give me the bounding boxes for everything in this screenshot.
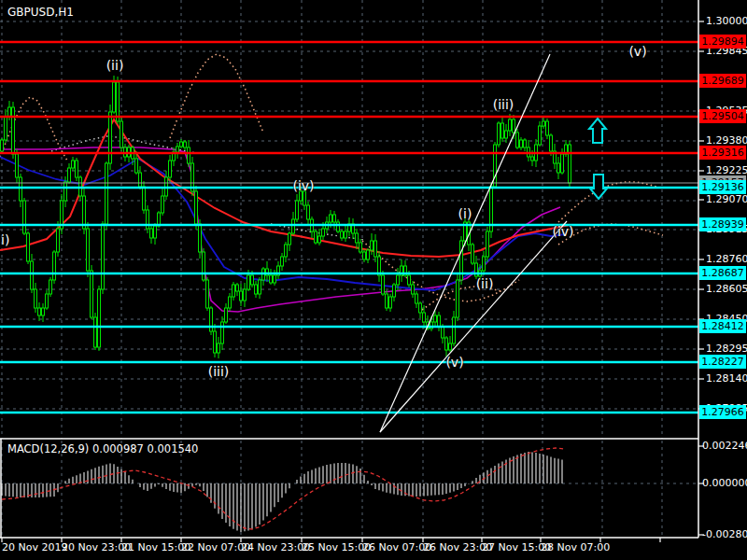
candle-body <box>102 224 105 289</box>
candle-body <box>180 142 183 147</box>
candle-body <box>31 261 34 289</box>
candle-body <box>498 123 500 145</box>
candle-body <box>367 250 370 259</box>
candle-body <box>445 338 448 350</box>
candle-body <box>83 196 86 229</box>
candle-body <box>513 119 515 133</box>
price-axis-label: 1.28140 <box>706 372 747 385</box>
price-line-badge-resistance: 1.29689 <box>699 74 746 88</box>
candle-body <box>94 317 97 347</box>
candle-body <box>1 140 4 151</box>
candle-body <box>442 327 444 338</box>
macd-scale-label: -0.002807 <box>702 528 747 540</box>
candle-body <box>199 224 202 252</box>
candle-body <box>330 215 332 222</box>
candle-body <box>23 201 26 233</box>
candle-body <box>106 163 108 224</box>
candle-body <box>20 177 22 201</box>
symbol-timeframe-label: GBPUSD,H1 <box>7 6 74 19</box>
candle-body <box>169 161 172 177</box>
candle-body <box>91 271 93 317</box>
candle-body <box>206 280 209 308</box>
candle-body <box>120 121 123 147</box>
price-line-badge-support: 1.28687 <box>699 266 746 280</box>
candle-body <box>188 147 190 163</box>
price-line-badge-support: 1.29136 <box>699 180 746 194</box>
price-axis-label: 1.28295 <box>706 343 747 355</box>
trading-chart-window: GBPUSD,H1 MACD(12,26,9) 0.000987 0.00154… <box>0 0 747 560</box>
candle-body <box>483 257 486 271</box>
candle-body <box>8 107 11 117</box>
candle-body <box>210 308 213 331</box>
candle-body <box>236 285 239 291</box>
elliott-wave-label[interactable]: (iv) <box>552 224 573 239</box>
elliott-wave-label[interactable]: (iii) <box>208 364 230 379</box>
elliott-wave-label[interactable]: (ii) <box>476 276 494 291</box>
candle-body <box>233 285 235 297</box>
candle-body <box>218 343 220 353</box>
candle-body <box>501 123 504 138</box>
price-line-badge-resistance: 1.29894 <box>699 35 746 49</box>
candle-body <box>225 308 228 322</box>
candle-body <box>337 222 340 231</box>
candle-body <box>486 231 489 257</box>
price-axis-label: 1.28605 <box>706 283 747 295</box>
candle-body <box>356 233 359 243</box>
price-line-badge-support: 1.28939 <box>699 217 746 231</box>
candle-body <box>333 215 336 222</box>
candle-body <box>416 294 418 303</box>
candle-body <box>345 231 347 238</box>
candle-body <box>292 219 295 233</box>
candle-body <box>176 147 179 152</box>
candle-body <box>393 285 396 297</box>
candle-body <box>162 196 164 213</box>
price-axis-label: 1.29070 <box>706 193 747 205</box>
chart-canvas[interactable] <box>0 0 747 560</box>
candle-body <box>255 285 258 294</box>
candle-body <box>72 161 75 168</box>
candle-body <box>434 315 437 322</box>
macd-scale-label: 0.000000 <box>702 477 747 489</box>
candle-body <box>363 252 366 259</box>
elliott-wave-label[interactable]: i) <box>1 232 9 247</box>
candle-body <box>143 187 146 210</box>
candle-body <box>419 303 422 313</box>
elliott-wave-label[interactable]: (i) <box>458 206 472 221</box>
candle-body <box>520 140 523 147</box>
candle-body <box>494 145 497 187</box>
candle-body <box>546 121 549 135</box>
time-axis-label: 20 Nov 2019 <box>2 541 67 553</box>
candle-body <box>274 275 276 283</box>
elliott-wave-label[interactable]: (v) <box>445 355 463 370</box>
candle-body <box>240 291 243 301</box>
candle-body <box>38 308 41 315</box>
candle-body <box>68 168 71 182</box>
elliott-wave-label[interactable]: (iii) <box>493 97 514 112</box>
candle-body <box>509 119 512 131</box>
elliott-wave-label[interactable]: (v) <box>628 44 646 59</box>
candle-body <box>247 275 250 289</box>
macd-scale-label: 0.002246 <box>702 440 747 452</box>
candle-body <box>87 229 90 271</box>
candle-body <box>531 157 534 161</box>
candle-body <box>359 243 362 252</box>
candle-body <box>322 229 325 236</box>
candle-body <box>307 205 310 219</box>
candle-body <box>5 117 7 140</box>
envelope-dotted-salmon <box>170 54 263 138</box>
candle-body <box>550 135 553 151</box>
elliott-wave-label[interactable]: (iv) <box>292 178 314 193</box>
candle-body <box>524 140 527 147</box>
candle-body <box>505 131 508 138</box>
candle-body <box>539 126 542 145</box>
up-arrow-icon[interactable] <box>589 119 606 143</box>
macd-indicator-label: MACD(12,26,9) 0.000987 0.001540 <box>7 442 198 455</box>
candle-body <box>57 229 60 252</box>
elliott-wave-label[interactable]: (ii) <box>106 58 124 73</box>
envelope-dotted-salmon <box>558 224 663 245</box>
macd-signal-line <box>2 448 565 529</box>
candle-body <box>184 142 187 147</box>
candle-body <box>35 289 37 308</box>
candle-body <box>315 231 317 243</box>
candle-body <box>98 289 101 347</box>
